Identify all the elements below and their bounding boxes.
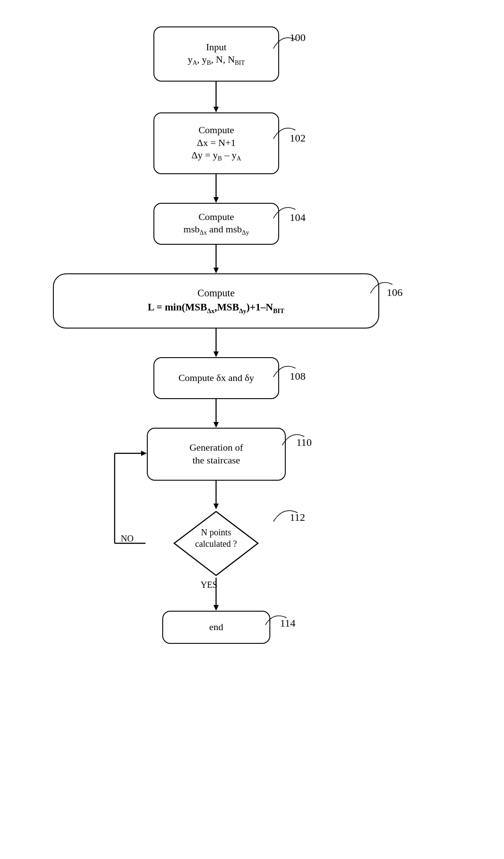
diagram-container: Input yA, yB, N, NBIT 100 Compute Δx = N… [0,0,504,859]
box-110: Generation ofthe staircase [147,428,286,481]
ref-102-curve [273,128,300,141]
ref-110-curve [282,434,309,448]
svg-marker-11 [213,504,219,509]
no-label: NO [121,534,134,544]
box-102-text: Compute Δx = N+1 Δy = yB – yA [191,124,241,163]
ref-108-curve [273,366,300,379]
svg-marker-1 [213,107,219,112]
svg-marker-9 [213,422,219,428]
box-108-text: Compute δx and δy [179,372,254,385]
ref-104-curve [273,207,300,220]
ref-100-curve [273,37,300,51]
diamond-112-label: N pointscalculated ? [172,509,260,567]
svg-marker-3 [213,197,219,203]
box-104: Compute msbΔx and msbΔy [153,203,279,245]
box-106: Compute L = min(MSBΔx,MSBΔy)+1–NBIT [53,273,379,329]
box-110-text: Generation ofthe staircase [190,441,243,467]
box-100: Input yA, yB, N, NBIT [153,26,279,82]
svg-marker-13 [213,605,219,611]
yes-label: YES [201,580,217,590]
svg-marker-5 [213,268,219,273]
svg-marker-17 [141,451,147,456]
box-108: Compute δx and δy [153,357,279,399]
box-106-text: Compute L = min(MSBΔx,MSBΔy)+1–NBIT [148,286,284,316]
box-114: end [162,611,270,644]
diamond-112: N pointscalculated ? [172,509,260,578]
box-104-text: Compute msbΔx and msbΔy [183,211,249,237]
ref-114-curve [265,615,290,627]
ref-112-curve [273,509,302,525]
box-114-text: end [209,621,224,634]
ref-106-curve [370,282,397,295]
box-100-text: Input yA, yB, N, NBIT [188,41,245,67]
box-102: Compute Δx = N+1 Δy = yB – yA [153,112,279,174]
svg-marker-7 [213,351,219,357]
